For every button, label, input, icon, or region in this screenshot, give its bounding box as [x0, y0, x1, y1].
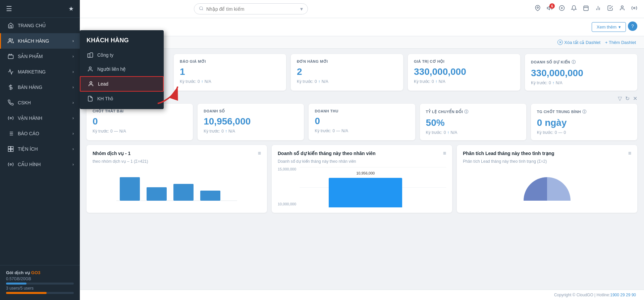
lead-icon: [87, 80, 95, 88]
submenu-popup: KHÁCH HÀNG Công ty Người liên hệ Lead KH…: [80, 30, 164, 109]
close-icon[interactable]: ✕: [633, 95, 637, 102]
megaphone-icon[interactable]: 6: [547, 5, 553, 13]
location-icon[interactable]: [535, 5, 541, 13]
users-label: 3 users/5 users: [6, 286, 74, 291]
chevron-right-icon: ›: [72, 85, 74, 90]
stat-value: 0: [93, 116, 187, 127]
submenu-title: KHÁCH HÀNG: [80, 34, 164, 48]
chevron-right-icon: ›: [72, 69, 74, 74]
svg-line-24: [202, 9, 203, 10]
chevron-right-icon: ›: [72, 100, 74, 105]
stat-card-tg-chot-trung-binh: TG CHỐT TRUNG BÌNH ⓘ 0 ngày Kỳ trước: 0 …: [531, 104, 637, 140]
menu-icon[interactable]: ≡: [258, 150, 261, 156]
stat-card-don-hang-moi: ĐƠN HÀNG MỚI 2 Kỳ trước: 0 ↑ N/A: [291, 54, 403, 91]
svg-point-3: [10, 117, 12, 119]
submenu-item-label: Người liên hệ: [97, 66, 126, 72]
stat-card-gia-tri-co-hoi: GIÁ TRỊ CƠ HỘI 330,000,000 Kỳ trước: 0 ↑…: [408, 54, 520, 91]
charts-grid: Nhóm dịch vụ - 1 ≡ theo nhóm dịch vụ – 1…: [87, 145, 637, 213]
chart-header: Nhóm dịch vụ - 1 ≡: [93, 150, 261, 156]
svg-marker-26: [547, 6, 550, 10]
sidebar-item-san-pham[interactable]: SẢN PHẨM ›: [0, 49, 80, 64]
svg-rect-30: [584, 6, 588, 11]
xoa-tat-ca-button[interactable]: ✕ Xóa tất cả Dashlet: [557, 40, 600, 45]
sidebar-item-cau-hinh[interactable]: CẤU HÌNH ›: [0, 157, 80, 172]
chart-icon[interactable]: [595, 5, 601, 13]
svg-rect-11: [11, 147, 13, 149]
stat-card-chot-that-bai: CHỐT THẤT BẠI 0 Kỳ trước: 0 — N/A: [87, 104, 193, 140]
checkbox-icon[interactable]: [607, 5, 613, 13]
stat-card-bao-gia-moi: BÁO GIÁ MỚI 1 Kỳ trước: 0 ↑ N/A: [174, 54, 286, 91]
user-profile-icon[interactable]: [619, 5, 625, 13]
svg-rect-44: [200, 191, 220, 201]
sidebar-item-bao-cao[interactable]: BÁO CÁO ›: [0, 126, 80, 141]
them-dashlet-button[interactable]: + Thêm Dashlet: [605, 40, 636, 45]
chart-title: Nhóm dịch vụ - 1: [93, 151, 130, 156]
topbar-icons: 6: [535, 5, 637, 13]
stat-label: TỶ LỆ CHUYỂN ĐỔI ⓘ: [426, 109, 520, 115]
bell-icon[interactable]: [571, 5, 577, 13]
svg-rect-42: [147, 187, 167, 201]
plus-icon[interactable]: [559, 5, 565, 13]
refresh-icon[interactable]: ↻: [625, 95, 630, 102]
chevron-down-icon: ▾: [619, 24, 621, 30]
report-icon: [7, 130, 14, 137]
star-icon[interactable]: ★: [68, 5, 74, 12]
svg-rect-15: [88, 54, 90, 57]
submenu-item-cong-ty[interactable]: Công ty: [80, 48, 164, 62]
config-icon: [7, 161, 14, 168]
submenu-item-nguoi-lien-he[interactable]: Người liên hệ: [80, 62, 164, 76]
sidebar-header: ☰ ★: [0, 0, 80, 18]
search-icon: [199, 6, 204, 12]
chevron-right-icon: ›: [72, 116, 74, 120]
chevron-down-icon: ▾: [300, 6, 303, 12]
y-axis-top: 15,000,000: [278, 167, 296, 171]
calendar-icon[interactable]: [583, 5, 589, 13]
sidebar-item-label: MARKETING: [18, 69, 46, 74]
chevron-right-icon: ›: [72, 39, 74, 43]
submenu-item-lead[interactable]: Lead: [80, 76, 164, 92]
storage-bar: [6, 283, 74, 285]
sidebar-item-cskh[interactable]: CSKH ›: [0, 95, 80, 110]
stat-card-doanh-so: DOANH SỐ 10,956,000 Kỳ trước: 0 ↑ N/A: [198, 104, 304, 140]
submenu-item-kh-tho[interactable]: KH Thô: [80, 92, 164, 106]
stat-prev: Kỳ trước: 0 ↑ N/A: [180, 79, 280, 84]
stat-value: 1: [180, 66, 280, 77]
marketing-icon: [7, 68, 14, 76]
filter-icon[interactable]: ▽: [618, 95, 622, 102]
sidebar-item-label: BÁN HÀNG: [18, 85, 42, 90]
settings-icon[interactable]: [631, 5, 637, 13]
search-input[interactable]: [206, 6, 287, 12]
hotline-link[interactable]: 1900 29 29 90: [610, 293, 636, 297]
sidebar-item-tien-ich[interactable]: TIỆN ÍCH ›: [0, 141, 80, 157]
stat-value: 50%: [426, 117, 520, 128]
stat-card-doanh-so-du-kien: DOANH SỐ DỰ KIẾN ⓘ 330,000,000 Kỳ trước:…: [525, 54, 637, 91]
stat-label: DOANH THU: [315, 109, 409, 113]
stat-label: DOANH SỐ: [204, 109, 298, 113]
svg-point-0: [9, 39, 11, 41]
stat-value: 0: [315, 116, 409, 127]
sidebar-item-trang-chu[interactable]: TRANG CHỦ: [0, 18, 80, 33]
sidebar-item-label: SẢN PHẨM: [18, 54, 43, 59]
chart-subtitle: Phân tích Lead tháng này theo tình trạng…: [463, 159, 631, 164]
notification-badge: 6: [549, 3, 555, 9]
sidebar-item-khach-hang[interactable]: KHÁCH HÀNG ›: [0, 33, 80, 49]
stat-label: BÁO GIÁ MỚI: [180, 59, 280, 64]
menu-icon[interactable]: ≡: [628, 150, 631, 156]
chevron-right-icon: ›: [72, 131, 74, 136]
stat-prev: Kỳ trước: 0 — N/A: [93, 129, 187, 134]
menu-icon[interactable]: ≡: [443, 150, 446, 156]
sidebar-item-marketing[interactable]: MARKETING ›: [0, 64, 80, 80]
stat-prev: Kỳ trước: 0 ↑ N/A: [414, 79, 514, 84]
stat-prev: Kỳ trước: 0 — N/A: [315, 129, 409, 133]
hamburger-icon[interactable]: ☰: [6, 5, 12, 13]
circle-x-icon: ✕: [557, 40, 563, 45]
stat-label: GIÁ TRỊ CƠ HỘI: [414, 59, 514, 64]
sidebar-item-van-hanh[interactable]: VẬN HÀNH ›: [0, 110, 80, 126]
search-box[interactable]: ▾: [194, 3, 308, 14]
sidebar-item-ban-hang[interactable]: BÁN HÀNG ›: [0, 80, 80, 95]
svg-point-25: [537, 7, 539, 8]
chart-placeholder: [93, 167, 261, 207]
xem-them-button[interactable]: Xem thêm ▾: [592, 22, 626, 32]
help-icon[interactable]: ?: [628, 21, 637, 31]
topbar: ▾ 6: [80, 0, 644, 18]
